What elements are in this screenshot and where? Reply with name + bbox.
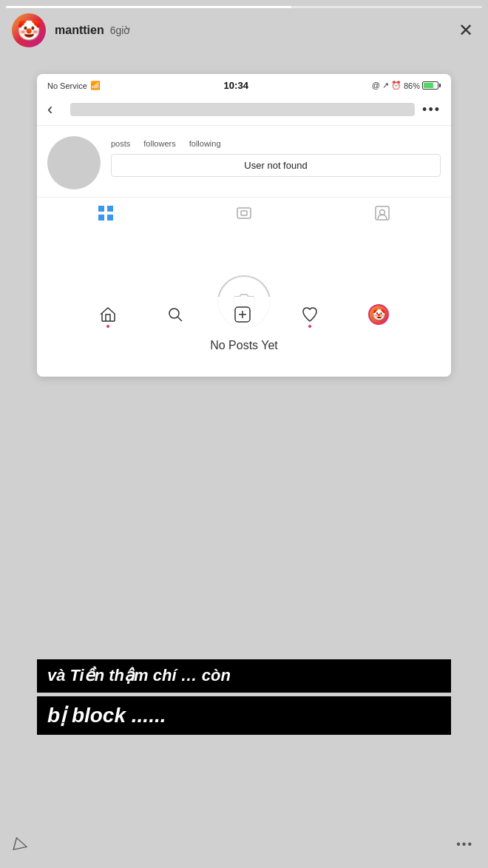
story-header: 🤡 manttien 6giờ ✕: [0, 0, 488, 55]
battery-percent: 86%: [404, 81, 420, 90]
followers-label: followers: [143, 139, 175, 148]
status-left: No Service 📶: [47, 81, 101, 90]
add-icon: [234, 306, 251, 323]
story-more-icon[interactable]: •••: [456, 838, 473, 851]
tab-grid[interactable]: [37, 198, 175, 229]
svg-rect-1: [107, 206, 113, 212]
no-posts-text: No Posts Yet: [210, 339, 278, 352]
phone-screenshot: No Service 📶 10:34 @ ↗ ⏰ 86% ‹ •••: [37, 74, 451, 377]
ig-tab-bar: [37, 197, 451, 229]
bottom-nav-bar: 🤡: [74, 297, 414, 332]
stat-posts: posts: [111, 139, 130, 148]
more-options-icon[interactable]: •••: [422, 102, 441, 118]
nav-search[interactable]: [166, 306, 184, 323]
battery-tip: [439, 84, 441, 87]
svg-rect-5: [241, 211, 247, 215]
no-service-text: No Service: [47, 81, 87, 90]
profile-section: posts followers following User not found: [37, 126, 451, 197]
stats-row: posts followers following: [111, 136, 441, 148]
profile-avatar: [47, 136, 101, 189]
user-not-found-button: User not found: [111, 154, 441, 177]
back-arrow[interactable]: ‹: [47, 100, 52, 119]
text-block-1: và Tiền thậm chí … còn: [37, 659, 451, 693]
home-icon: [99, 306, 117, 323]
profile-top: posts followers following User not found: [47, 136, 441, 189]
nav-home[interactable]: [99, 306, 117, 323]
grid-icon: [98, 205, 114, 221]
svg-rect-0: [98, 206, 104, 212]
text-overlay-area: và Tiền thậm chí … còn bị block ......: [37, 659, 451, 735]
svg-rect-2: [98, 215, 104, 221]
story-avatar[interactable]: 🤡: [12, 13, 46, 47]
ig-username-blurred: [70, 103, 415, 116]
story-time: 6giờ: [110, 24, 131, 36]
tagged-icon: [374, 205, 390, 221]
send-icon[interactable]: ▷: [13, 832, 31, 856]
signal-icons: @ ↗ ⏰: [372, 81, 401, 90]
avatar-emoji: 🤡: [17, 21, 41, 40]
story-background: 🤡 manttien 6giờ ✕ No Service 📶 10:34 @ ↗…: [0, 0, 488, 868]
text-block-2: bị block ......: [37, 696, 451, 735]
battery-body: [422, 81, 438, 90]
search-icon: [166, 306, 184, 323]
svg-rect-3: [107, 215, 113, 221]
igtv-icon: [236, 205, 252, 221]
battery-icon: [422, 81, 441, 90]
posts-label: posts: [111, 139, 130, 148]
tab-igtv[interactable]: [175, 198, 314, 229]
close-icon[interactable]: ✕: [455, 17, 476, 44]
heart-dot: [308, 325, 311, 328]
svg-rect-4: [237, 208, 251, 218]
stat-following: following: [189, 139, 221, 148]
following-label: following: [189, 139, 221, 148]
heart-icon: [301, 306, 319, 323]
nav-profile[interactable]: 🤡: [368, 304, 389, 325]
profile-stats: posts followers following User not found: [111, 136, 441, 177]
ig-nav-bar: ‹ •••: [37, 94, 451, 126]
nav-heart[interactable]: [301, 306, 319, 323]
home-dot: [106, 325, 109, 328]
story-bottom-controls: ▷ •••: [0, 834, 488, 855]
nav-add[interactable]: [234, 306, 251, 323]
nav-avatar-emoji: 🤡: [373, 309, 385, 320]
svg-point-9: [169, 309, 179, 318]
status-right: @ ↗ ⏰ 86%: [372, 81, 441, 90]
stat-followers: followers: [143, 139, 175, 148]
battery-fill: [424, 83, 434, 88]
wifi-icon: 📶: [90, 81, 101, 90]
status-time: 10:34: [224, 80, 248, 91]
story-user-info: manttien 6giờ: [55, 24, 455, 37]
tab-tagged[interactable]: [313, 198, 451, 229]
status-bar: No Service 📶 10:34 @ ↗ ⏰ 86%: [37, 74, 451, 94]
story-username: manttien: [55, 24, 104, 37]
nav-avatar: 🤡: [368, 304, 389, 325]
